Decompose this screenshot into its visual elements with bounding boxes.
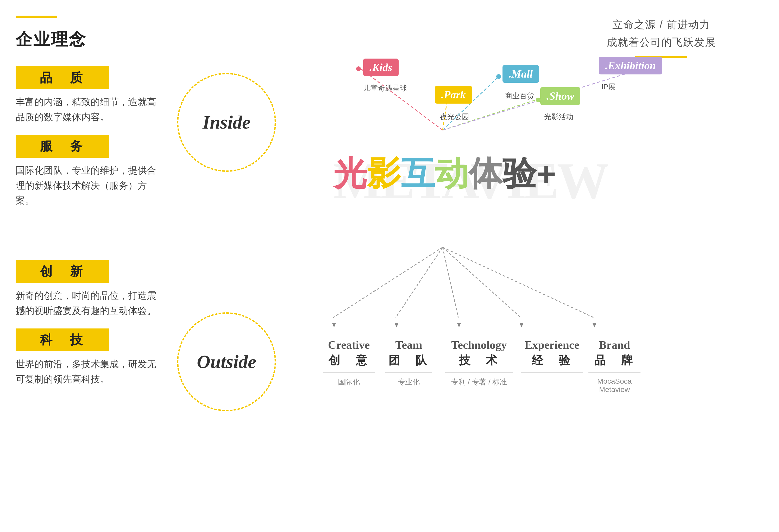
svg-line-7 (442, 247, 458, 318)
tag-mall: .Mall (502, 65, 539, 83)
col-brand: Brand 品 牌 MocaSoca Metaview (588, 338, 641, 394)
tag-kids: .Kids (363, 59, 399, 76)
tech-zh: 技 术 (445, 353, 513, 368)
svg-marker-14 (592, 323, 597, 327)
creative-zh: 创 意 (323, 353, 375, 368)
concept-innovation: 创 新 新奇的创意，时尚的品位，打造震撼的视听盛宴及有趣的互动体验。 (16, 260, 177, 318)
col-exp: Experience 经 验 (521, 338, 583, 377)
svg-marker-10 (332, 323, 336, 327)
kids-sub: 儿童奇遇星球 (363, 83, 407, 93)
connection-lines (312, 0, 768, 532)
kids-label: .Kids (369, 61, 393, 73)
brand-line (588, 372, 641, 373)
tech-line (445, 372, 513, 373)
svg-line-5 (333, 247, 442, 318)
svg-marker-11 (395, 323, 399, 327)
svg-line-9 (442, 247, 594, 318)
mall-sub: 商业百货 (505, 91, 534, 101)
show-label: .Show (546, 90, 574, 102)
left-panel: 企业理念 品 质 丰富的内涵，精致的细节，造就高品质的数字媒体内容。 服 务 国… (16, 16, 177, 397)
dot-show (536, 97, 541, 102)
yellow-line-decoration (16, 16, 57, 18)
circle-outside-label: Outside (197, 351, 256, 373)
svg-line-8 (442, 247, 521, 318)
svg-marker-12 (457, 323, 461, 327)
show-sub: 光影活动 (544, 112, 573, 122)
mt-char3: 互 (401, 151, 435, 197)
quality-label: 品 质 (16, 66, 109, 89)
quality-text: 丰富的内涵，精致的细节，造就高品质的数字媒体内容。 (16, 94, 162, 124)
concept-tech: 科 技 世界的前沿，多技术集成，研发无可复制的领先高科技。 (16, 328, 177, 387)
mt-char6: 验 (502, 151, 536, 197)
team-line (385, 372, 432, 373)
team-zh: 团 队 (385, 353, 432, 368)
concept-service: 服 务 国际化团队，专业的维护，提供合理的新媒体技术解决（服务）方案。 (16, 135, 177, 208)
svg-marker-13 (520, 323, 524, 327)
exhibition-label: .Exhibition (605, 60, 656, 72)
main-title: 光 影 互 动 体 验 + (333, 151, 556, 197)
team-en: Team (385, 338, 432, 352)
tag-park: .Park (435, 86, 472, 104)
tech-label: 科 技 (16, 328, 109, 351)
mt-char5: 体 (469, 151, 502, 197)
creative-line (323, 372, 375, 373)
tech-sub: 专利 / 专著 / 标准 (445, 377, 513, 387)
tag-show: .Show (540, 87, 580, 105)
brand-en: Brand (588, 338, 641, 352)
section-title: 企业理念 (16, 28, 177, 51)
exp-en: Experience (521, 338, 583, 352)
col-tech: Technology 技 术 专利 / 专著 / 标准 (445, 338, 513, 387)
tech-en: Technology (445, 338, 513, 352)
concept-quality: 品 质 丰富的内涵，精致的细节，造就高品质的数字媒体内容。 (16, 66, 177, 124)
exp-line (521, 372, 583, 373)
header-tagline: 立命之源 / 前进动力 成就着公司的飞跃发展 (607, 16, 716, 58)
svg-line-6 (396, 247, 442, 318)
dot-mall (496, 74, 501, 79)
circle-inside: Inside (177, 73, 276, 172)
tag-exhibition: .Exhibition (599, 57, 662, 74)
service-text: 国际化团队，专业的维护，提供合理的新媒体技术解决（服务）方案。 (16, 163, 162, 208)
creative-sub: 国际化 (323, 377, 375, 387)
innovation-text: 新奇的创意，时尚的品位，打造震撼的视听盛宴及有趣的互动体验。 (16, 288, 162, 318)
innovation-label: 创 新 (16, 260, 109, 283)
creative-en: Creative (323, 338, 375, 352)
tech-text: 世界的前沿，多技术集成，研发无可复制的领先高科技。 (16, 356, 162, 387)
brand-zh: 品 牌 (588, 353, 641, 368)
tagline-line1: 立命之源 / 前进动力 (607, 16, 716, 33)
brand-sub: MocaSoca Metaview (588, 377, 641, 394)
mt-char4: 动 (435, 151, 469, 197)
mt-char2: 影 (367, 151, 401, 197)
col-creative: Creative 创 意 国际化 (323, 338, 375, 387)
circle-inside-label: Inside (202, 112, 250, 133)
tagline-line2: 成就着公司的飞跃发展 (607, 33, 716, 51)
exp-zh: 经 验 (521, 353, 583, 368)
park-sub: 夜光公园 (440, 112, 469, 122)
mt-char7: + (536, 154, 556, 193)
right-panel: 立命之源 / 前进动力 成就着公司的飞跃发展 .Kids 儿童奇遇星球 (312, 0, 768, 532)
circle-outside: Outside (177, 312, 276, 411)
mall-label: .Mall (509, 68, 533, 80)
exhibition-sub: IP展 (601, 82, 615, 92)
dot-kids (356, 66, 361, 71)
park-label: .Park (441, 89, 466, 101)
team-sub: 专业化 (385, 377, 432, 387)
col-team: Team 团 队 专业化 (385, 338, 432, 387)
service-label: 服 务 (16, 135, 109, 158)
svg-line-0 (359, 68, 442, 130)
mt-char1: 光 (333, 151, 367, 197)
